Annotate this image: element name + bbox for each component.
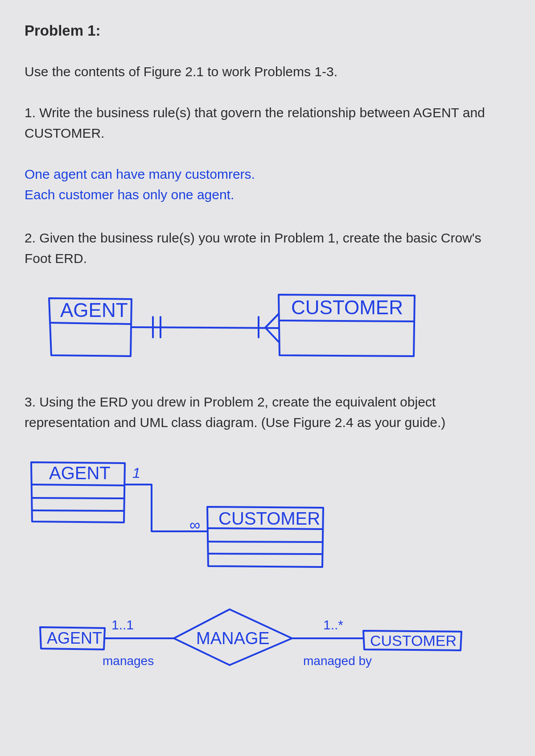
question-3: 3. Using the ERD you drew in Problem 2, … [25,392,510,433]
intro-text: Use the contents of Figure 2.1 to work P… [25,62,510,82]
problem-title: Problem 1: [25,22,510,39]
object-uml-diagram: AGENT 1 ∞ CUSTOMER AGENT 1..1 manages MA… [25,453,510,672]
question-1: 1. Write the business rule(s) that gover… [25,103,510,144]
agent-label-2: AGENT [49,463,111,483]
one-one-label: 1..1 [111,617,134,632]
one-star-label: 1..* [323,617,343,632]
crows-foot-erd: AGENT CUSTOMER [25,289,510,378]
customer-label: CUSTOMER [291,296,403,318]
answer-1-line1: One agent can have many customrers. [25,164,510,185]
question-2: 2. Given the business rule(s) you wrote … [25,228,510,269]
infinity-label: ∞ [189,516,200,533]
answer-1-line2: Each customer has only one agent. [25,185,510,205]
customer-label-3: CUSTOMER [370,632,457,649]
manages-label: manages [103,654,154,668]
manage-label: MANAGE [196,629,270,648]
answer-1: One agent can have many customrers. Each… [25,164,510,205]
managed-by-label: managed by [303,654,372,668]
customer-label-2: CUSTOMER [218,509,320,528]
agent-label: AGENT [60,299,128,321]
agent-label-3: AGENT [47,629,102,647]
one-label: 1 [132,465,140,481]
